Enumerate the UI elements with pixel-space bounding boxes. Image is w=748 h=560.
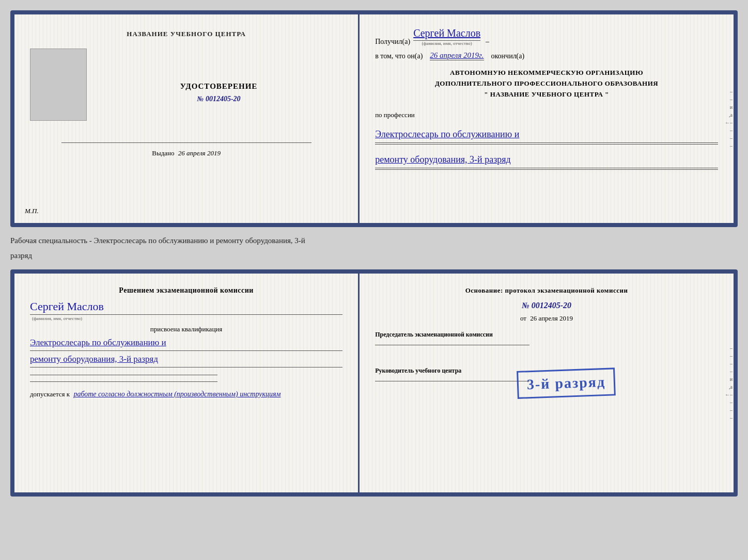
sig-line2 (30, 381, 217, 382)
cert2-recipient-name: Сергей Маслов (30, 300, 342, 315)
right-edge-ticks: – – и ,а ←– – – – (724, 14, 734, 223)
ot-prefix: от (520, 314, 526, 322)
cert1-center-title: НАЗВАНИЕ УЧЕБНОГО ЦЕНТРА (127, 30, 246, 38)
vtom-date: 26 апреля 2019г. (430, 51, 484, 60)
poluchil-row: Получил(а) Сергей Маслов (фамилия, имя, … (375, 27, 718, 46)
org-block: АВТОНОМНУЮ НЕКОММЕРЧЕСКУЮ ОРГАНИЗАЦИЮ ДО… (375, 68, 718, 100)
org-line2: ДОПОЛНИТЕЛЬНОГО ПРОФЕССИОНАЛЬНОГО ОБРАЗО… (375, 78, 718, 89)
vydano-line: Выдано 26 апреля 2019 (152, 149, 221, 157)
predsedatel-sig-line (375, 345, 529, 345)
name-hint: (фамилия, имя, отчество) (422, 41, 472, 46)
rukovoditel-sig-line (375, 381, 529, 381)
between-line1: Рабочая специальность - Электрослесарь п… (10, 233, 738, 248)
divider-1 (61, 142, 311, 143)
vydano-date: 26 апреля 2019 (178, 149, 221, 157)
profession-line2: ремонту оборудования, 3-й разряд (375, 152, 718, 168)
certificate-2: Решением экзаменационной комиссии Сергей… (10, 269, 738, 497)
poluchil-prefix: Получил(а) (375, 38, 410, 46)
okonchil-label: окончил(а) (491, 52, 525, 60)
between-text: Рабочая специальность - Электрослесарь п… (10, 233, 738, 263)
org-line1: АВТОНОМНУЮ НЕКОММЕРЧЕСКУЮ ОРГАНИЗАЦИЮ (375, 68, 718, 78)
qualification-line2: ремонту оборудования, 3-й разряд (30, 352, 342, 367)
stamp-text: 3-й разряд (526, 374, 605, 392)
cert1-left-panel: НАЗВАНИЕ УЧЕБНОГО ЦЕНТРА УДОСТОВЕРЕНИЕ №… (14, 14, 360, 223)
cert2-name-hint: (фамилия, имя, отчество) (32, 316, 342, 321)
mp-label: М.П. (25, 207, 39, 215)
vtom-prefix: в том, что он(а) (375, 52, 423, 60)
page-wrapper: НАЗВАНИЕ УЧЕБНОГО ЦЕНТРА УДОСТОВЕРЕНИЕ №… (10, 10, 738, 497)
sig-line1 (30, 375, 217, 375)
poprofessii-label: по профессии (375, 111, 718, 119)
osnovanie-label: Основание: протокол экзаменационной коми… (375, 286, 718, 295)
qualification-line1: Электрослесарь по обслуживанию и (30, 335, 342, 350)
cert1-number: № 0012405-20 (197, 95, 241, 103)
cert2-right-edge-ticks: – – – – и ,а ←– – – – (724, 274, 734, 492)
recipient-name: Сергей Маслов (413, 27, 480, 41)
vtom-row: в том, что он(а) 26 апреля 2019г. окончи… (375, 51, 718, 60)
cert2-right-panel: Основание: протокол экзаменационной коми… (360, 274, 734, 492)
photo-placeholder (30, 49, 87, 121)
org-line3: " НАЗВАНИЕ УЧЕБНОГО ЦЕНТРА " (375, 89, 718, 100)
certificate-1: НАЗВАНИЕ УЧЕБНОГО ЦЕНТРА УДОСТОВЕРЕНИЕ №… (10, 10, 738, 227)
predsedatel-label: Председатель экзаменационной комиссии (375, 331, 718, 339)
dopuskaetsya-prefix: допускается к (30, 390, 70, 398)
between-line2: разряд (10, 248, 738, 263)
dopuskaetsya-row: допускается к работе согласно должностны… (30, 390, 342, 398)
cert2-number: № 0012405-20 (375, 301, 718, 310)
dash1: – (486, 38, 489, 46)
ot-date-row: от 26 апреля 2019 (375, 314, 718, 323)
dopuskaetsya-text: работе согласно должностным (производств… (73, 390, 280, 398)
resheniem-title: Решением экзаменационной комиссии (30, 286, 342, 295)
prisvoena-label: присвоена квалификация (30, 325, 342, 333)
qualification-stamp: 3-й разряд (517, 367, 616, 399)
udostoverenie-label: УДОСТОВЕРЕНИЕ (180, 82, 258, 91)
cert1-right-panel: Получил(а) Сергей Маслов (фамилия, имя, … (360, 14, 734, 223)
cert2-left-panel: Решением экзаменационной комиссии Сергей… (14, 274, 360, 492)
profession-line1: Электрослесарь по обслуживанию и (375, 126, 718, 143)
vydano-label: Выдано (152, 149, 174, 157)
ot-date-value: 26 апреля 2019 (530, 314, 573, 322)
